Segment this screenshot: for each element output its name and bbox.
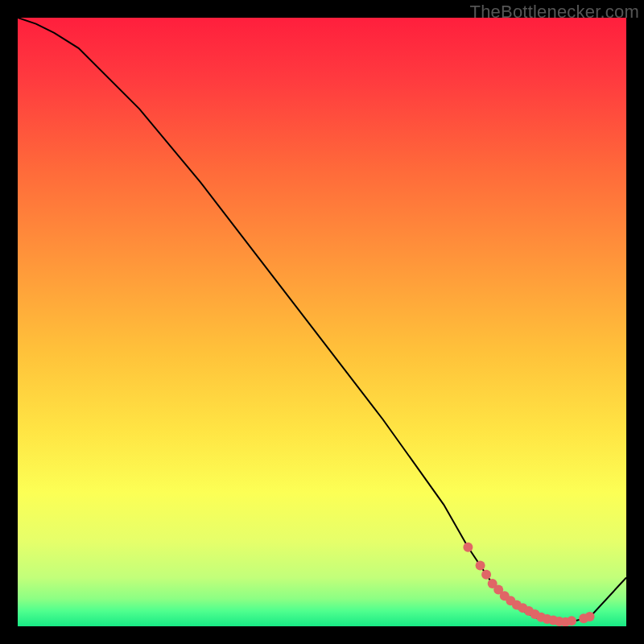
gradient-rect	[18, 18, 626, 626]
chart-stage: TheBottlenecker.com	[0, 0, 644, 644]
watermark-text: TheBottlenecker.com	[470, 2, 639, 23]
plot-area	[18, 18, 626, 626]
gradient-background	[18, 18, 626, 626]
